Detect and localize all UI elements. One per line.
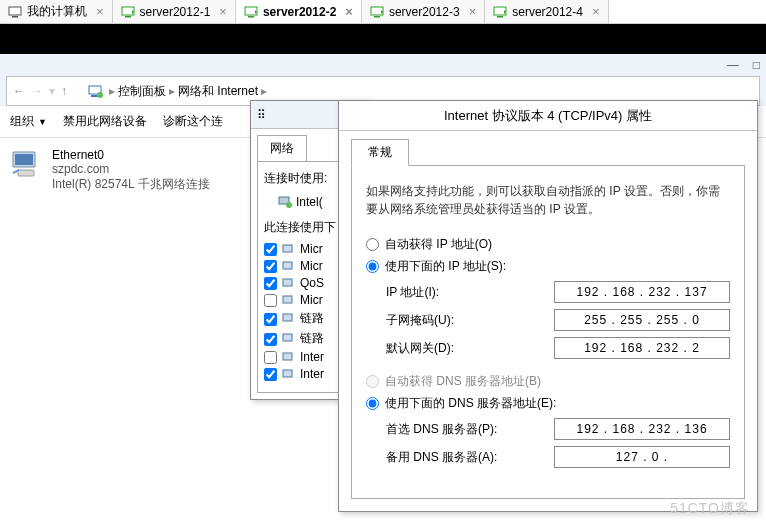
breadcrumb-item[interactable]: 网络和 Internet: [178, 83, 258, 100]
checkbox[interactable]: [264, 260, 277, 273]
svg-rect-21: [283, 296, 292, 303]
nav-up-button[interactable]: ↑: [61, 84, 67, 98]
watermark: 51CTO博客: [670, 500, 750, 518]
component-icon: [282, 312, 295, 325]
radio-auto-dns: 自动获得 DNS 服务器地址(B): [366, 373, 730, 390]
tab-label: server2012-3: [389, 5, 460, 19]
vm-tab[interactable]: server2012-3×: [362, 0, 485, 23]
component-icon: [282, 332, 295, 345]
tab-label: 我的计算机: [27, 3, 87, 20]
explorer-window: — □ ← → ▾ ↑ ▸ 控制面板 ▸ 网络和 Internet ▸: [0, 54, 766, 106]
ip-input[interactable]: 192 . 168 . 232 . 137: [554, 281, 730, 303]
svg-rect-14: [15, 154, 33, 165]
svg-rect-19: [283, 262, 292, 269]
ip-input[interactable]: 192 . 168 . 232 . 2: [554, 337, 730, 359]
svg-point-12: [97, 92, 103, 98]
tab-close-button[interactable]: ×: [592, 4, 600, 19]
component-icon: [282, 277, 295, 290]
organize-menu[interactable]: 组织 ▼: [10, 113, 47, 130]
adapter-small-icon: [278, 195, 292, 209]
tab-close-button[interactable]: ×: [219, 4, 227, 19]
dns-field-row: 首选 DNS 服务器(P):192 . 168 . 232 . 136: [386, 418, 730, 440]
checkbox[interactable]: [264, 351, 277, 364]
svg-rect-7: [374, 16, 380, 18]
component-icon: [282, 243, 295, 256]
adapter-domain: szpdc.com: [52, 162, 210, 176]
tab-label: server2012-2: [263, 5, 336, 19]
component-icon: [282, 368, 295, 381]
tab-network[interactable]: 网络: [257, 135, 307, 161]
component-icon: [282, 351, 295, 364]
dialog-titlebar[interactable]: Internet 协议版本 4 (TCP/IPv4) 属性: [339, 101, 757, 131]
ip-field-row: 子网掩码(U):255 . 255 . 255 . 0: [386, 309, 730, 331]
field-label: 首选 DNS 服务器(P):: [386, 421, 554, 438]
drag-handle-icon: ⠿: [257, 108, 266, 122]
disable-device-button[interactable]: 禁用此网络设备: [63, 113, 147, 130]
svg-rect-5: [248, 16, 254, 18]
radio-manual-dns[interactable]: 使用下面的 DNS 服务器地址(E):: [366, 395, 730, 412]
vm-tab[interactable]: server2012-1×: [113, 0, 236, 23]
tab-close-button[interactable]: ×: [345, 4, 353, 19]
dialog-title: Internet 协议版本 4 (TCP/IPv4) 属性: [444, 107, 652, 125]
field-label: IP 地址(I):: [386, 284, 554, 301]
diagnose-button[interactable]: 诊断这个连: [163, 113, 223, 130]
tab-close-button[interactable]: ×: [469, 4, 477, 19]
tab-label: server2012-4: [512, 5, 583, 19]
adapter-desc: Intel(R) 82574L 千兆网络连接: [52, 176, 210, 193]
ip-field-row: 默认网关(D):192 . 168 . 232 . 2: [386, 337, 730, 359]
field-label: 备用 DNS 服务器(A):: [386, 449, 554, 466]
svg-rect-3: [125, 16, 131, 18]
svg-point-17: [286, 202, 292, 208]
svg-rect-9: [497, 16, 503, 18]
nav-forward-button[interactable]: →: [31, 84, 43, 98]
checkbox[interactable]: [264, 277, 277, 290]
vm-tab[interactable]: server2012-2×: [236, 0, 362, 23]
tab-close-button[interactable]: ×: [96, 4, 104, 19]
ip-field-row: IP 地址(I):192 . 168 . 232 . 137: [386, 281, 730, 303]
adapter-item[interactable]: Ethernet0 szpdc.com Intel(R) 82574L 千兆网络…: [0, 138, 250, 203]
minimize-button[interactable]: —: [727, 58, 739, 72]
tab-general[interactable]: 常规: [351, 139, 409, 166]
ip-input[interactable]: 192 . 168 . 232 . 136: [554, 418, 730, 440]
connection-bar: [0, 24, 766, 54]
vm-tab[interactable]: server2012-4×: [485, 0, 608, 23]
vm-tab[interactable]: 我的计算机×: [0, 0, 113, 23]
svg-rect-22: [283, 314, 292, 321]
monitor-icon: [8, 6, 22, 18]
field-label: 默认网关(D):: [386, 340, 554, 357]
checkbox[interactable]: [264, 333, 277, 346]
svg-rect-1: [12, 16, 18, 18]
monitor-icon: [370, 6, 384, 18]
radio-auto-ip[interactable]: 自动获得 IP 地址(O): [366, 236, 730, 253]
svg-rect-20: [283, 279, 292, 286]
checkbox[interactable]: [264, 368, 277, 381]
monitor-icon: [121, 6, 135, 18]
svg-rect-23: [283, 334, 292, 341]
vm-tab-bar: 我的计算机×server2012-1×server2012-2×server20…: [0, 0, 766, 24]
tab-label: server2012-1: [140, 5, 211, 19]
window-titlebar: — □: [0, 54, 766, 76]
svg-rect-15: [18, 170, 34, 176]
adapter-name: Ethernet0: [52, 148, 210, 162]
checkbox[interactable]: [264, 313, 277, 326]
maximize-button[interactable]: □: [753, 58, 760, 72]
ip-input[interactable]: 255 . 255 . 255 . 0: [554, 309, 730, 331]
component-icon: [282, 260, 295, 273]
monitor-icon: [244, 6, 258, 18]
breadcrumb-item[interactable]: 控制面板: [118, 83, 166, 100]
radio-manual-ip[interactable]: 使用下面的 IP 地址(S):: [366, 258, 730, 275]
network-icon: [87, 83, 103, 99]
dns-field-row: 备用 DNS 服务器(A):127 . 0 .: [386, 446, 730, 468]
nav-back-button[interactable]: ←: [13, 84, 25, 98]
checkbox[interactable]: [264, 243, 277, 256]
svg-rect-25: [283, 370, 292, 377]
ip-input[interactable]: 127 . 0 .: [554, 446, 730, 468]
component-icon: [282, 294, 295, 307]
svg-rect-18: [283, 245, 292, 252]
adapter-icon: [10, 148, 42, 193]
svg-rect-0: [9, 7, 21, 15]
field-label: 子网掩码(U):: [386, 312, 554, 329]
checkbox[interactable]: [264, 294, 277, 307]
monitor-icon: [493, 6, 507, 18]
ipv4-properties-dialog: Internet 协议版本 4 (TCP/IPv4) 属性 常规 如果网络支持此…: [338, 100, 758, 512]
